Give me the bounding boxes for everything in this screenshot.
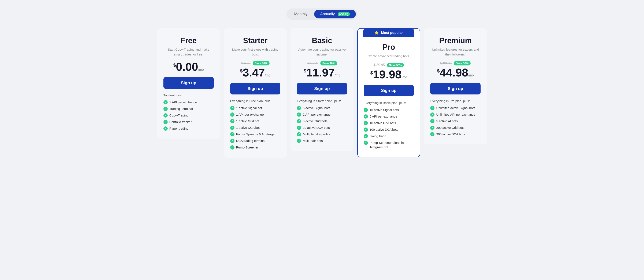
feature-text: Unlimited active Signal bots: [436, 106, 475, 110]
plan-description: Create advanced trading bots.: [364, 54, 414, 59]
feature-text: 15 active Signal bots: [370, 108, 399, 112]
price-period: /mo: [468, 73, 474, 77]
feature-item: Paper trading: [164, 126, 214, 131]
feature-item: Unlimited active Signal bots: [430, 106, 480, 110]
dollar-sign: $: [240, 68, 242, 73]
price-period: /mo: [198, 68, 204, 71]
check-icon: [230, 145, 234, 150]
feature-item: 20 active DCA bots: [297, 125, 347, 130]
most-popular-banner: ⭐ Most popular: [363, 29, 414, 37]
plan-card-starter: StarterMake your first steps with tradin…: [224, 28, 287, 158]
original-price: $ 39.95: [374, 63, 385, 67]
check-icon: [230, 112, 234, 117]
feature-text: Pump-Screener: [236, 145, 258, 150]
feature-text: 1 active Signal bot: [236, 106, 262, 110]
pricing-row: $ 19.95 Save 40%: [297, 61, 347, 65]
check-icon: [230, 106, 234, 110]
plan-name: Starter: [230, 36, 280, 45]
check-icon: [430, 106, 434, 110]
feature-item: 300 active DCA bots: [430, 132, 480, 136]
check-icon: [230, 119, 234, 123]
feature-item: Copy-Trading: [164, 113, 214, 117]
feature-item: 2 API per exchange: [297, 112, 347, 117]
check-icon: [297, 119, 301, 123]
price-period: /mo: [335, 73, 340, 77]
feature-item: 15 active Signal bots: [364, 108, 414, 112]
original-price: $ 4.95: [241, 61, 250, 65]
billing-toggle: Monthly Annually (-50%): [286, 9, 357, 20]
plans-container: FreeStart Copy-Trading and make smart tr…: [157, 28, 487, 158]
feature-list: Unlimited active Signal bots Unlimited A…: [430, 106, 480, 136]
dollar-sign: $: [437, 68, 440, 73]
plan-description: Make your first steps with trading bots.: [230, 47, 280, 57]
check-icon: [430, 112, 434, 117]
features-header: Everything in Free plan, plus:: [230, 99, 280, 103]
features-header: Everything in Starter plan, plus:: [297, 99, 347, 103]
feature-text: 5 active Grid bots: [303, 119, 328, 123]
annually-toggle[interactable]: Annually (-50%): [314, 10, 356, 19]
feature-item: 5 active Signal bots: [297, 106, 347, 110]
feature-text: Pump-Screener alerts in Telegram Bot: [370, 141, 414, 149]
plan-name: Free: [164, 36, 214, 45]
signup-button[interactable]: Sign up: [297, 83, 347, 94]
plan-description: Unlimited features for traders and their…: [430, 47, 480, 57]
check-icon: [164, 107, 168, 111]
signup-button[interactable]: Sign up: [364, 85, 414, 96]
feature-item: 5 active Grid bots: [297, 119, 347, 123]
features-header: Top features:: [164, 93, 214, 97]
feature-item: 1 API per exchange: [230, 112, 280, 117]
popular-label: Most popular: [381, 31, 403, 35]
current-price: $44.98/mo: [430, 67, 480, 78]
dollar-sign: $: [370, 70, 373, 75]
feature-text: 5 active Signal bots: [303, 106, 330, 110]
feature-text: 1 active Grid bot: [236, 119, 259, 123]
feature-text: 20 active DCA bots: [303, 125, 330, 130]
price-amount: 11.97: [306, 66, 335, 79]
check-icon: [430, 132, 434, 136]
current-price: $3.47/mo: [230, 67, 280, 78]
check-icon: [164, 126, 168, 131]
feature-text: Future Spreads & Arbitrage: [236, 132, 275, 136]
feature-text: 2 API per exchange: [303, 112, 330, 117]
current-price: $11.97/mo: [297, 67, 347, 78]
feature-item: Unlimited API per exchange: [430, 112, 480, 117]
pricing-row: $ 39.95 Save 50%: [364, 63, 414, 67]
star-icon: ⭐: [374, 31, 379, 35]
plan-card-free: FreeStart Copy-Trading and make smart tr…: [157, 28, 220, 139]
plan-name: Premium: [430, 36, 480, 45]
current-price: $0.00/mo: [164, 61, 214, 72]
price-amount: 0.00: [176, 60, 198, 73]
pricing-row: $ 4.95 Save 30%: [230, 61, 280, 65]
current-price: $19.98/mo: [364, 69, 414, 80]
feature-text: 10 active Grid bots: [370, 121, 396, 125]
monthly-toggle[interactable]: Monthly: [288, 10, 313, 19]
features-header: Everything in Pro plan, plus:: [430, 99, 480, 103]
discount-badge: (-50%): [338, 12, 350, 16]
pricing-row: $ 89.95 Save 50%: [430, 61, 480, 65]
signup-button[interactable]: Sign up: [430, 83, 480, 94]
feature-item: 5 API per exchange: [364, 114, 414, 119]
feature-item: Multi-pair bots: [297, 138, 347, 143]
feature-text: DCA trading terminal: [236, 138, 265, 143]
feature-item: 1 active Signal bot: [230, 106, 280, 110]
feature-item: 10 active Grid bots: [364, 121, 414, 125]
feature-text: 5 active AI bots: [436, 119, 458, 123]
feature-text: 1 API per exchange: [236, 112, 264, 117]
signup-button[interactable]: Sign up: [164, 77, 214, 89]
signup-button[interactable]: Sign up: [230, 83, 280, 94]
check-icon: [430, 119, 434, 123]
feature-list: 1 active Signal bot 1 API per exchange 1…: [230, 106, 280, 150]
check-icon: [297, 139, 301, 143]
original-price: $ 19.95: [307, 61, 318, 65]
check-icon: [164, 100, 168, 104]
feature-text: 300 active DCA bots: [436, 132, 465, 136]
save-badge: Save 30%: [253, 61, 270, 65]
feature-text: 5 API per exchange: [370, 114, 397, 119]
feature-list: 15 active Signal bots 5 API per exchange…: [364, 108, 414, 149]
feature-list: 5 active Signal bots 2 API per exchange …: [297, 106, 347, 143]
plan-description: Automate your trading for passive income…: [297, 47, 347, 57]
feature-item: Multiple take profits: [297, 132, 347, 136]
check-icon: [364, 127, 368, 132]
price-amount: 19.98: [373, 68, 402, 81]
feature-text: 1 active DCA bot: [236, 125, 260, 130]
